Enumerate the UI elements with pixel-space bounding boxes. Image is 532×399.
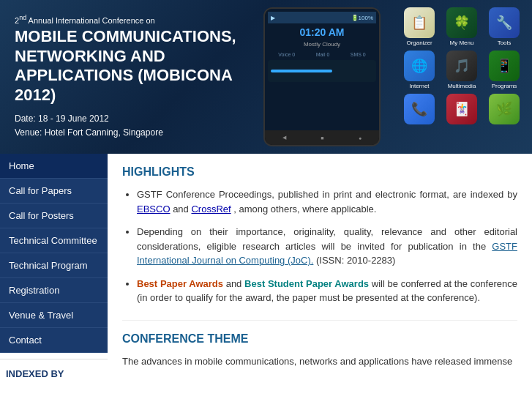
conference-theme-text: The advances in mobile communications, n… xyxy=(122,354,517,370)
phone-mockup: ▶🔋100% 01:20 AM Mostly Cloudy Voice 0Mai… xyxy=(263,7,381,146)
sidebar-item-call-for-posters[interactable]: Call for Posters xyxy=(0,204,108,228)
app-cards[interactable]: 🃏 xyxy=(443,94,481,126)
highlights-list: GSTF Conference Proceedings, published i… xyxy=(122,187,517,305)
phone-screen: ▶🔋100% 01:20 AM Mostly Cloudy Voice 0Mai… xyxy=(265,9,379,130)
highlight-3-mid: and xyxy=(226,278,244,289)
highlight-2-issn: (ISSN: 2010-2283) xyxy=(316,255,395,266)
sidebar: Home Call for Papers Call for Posters Te… xyxy=(0,154,108,388)
sidebar-item-technical-committee[interactable]: Technical Committee xyxy=(0,228,108,253)
highlight-item-2: Depending on their importance, originali… xyxy=(137,225,517,268)
header-phone-area: ▶🔋100% 01:20 AM Mostly Cloudy Voice 0Mai… xyxy=(256,0,532,154)
best-student-award-label: Best Student Paper Awards xyxy=(244,278,369,289)
ebsco-link[interactable]: EBSCO xyxy=(137,204,171,215)
highlights-title: HIGHLIGHTS xyxy=(122,165,517,179)
app-internet[interactable]: 🌐 Internet xyxy=(400,51,438,89)
app-phone[interactable]: 📞 xyxy=(400,94,438,126)
app-tools[interactable]: 🔧 Tools xyxy=(485,7,523,46)
highlight-2-start: Depending on their importance, originali… xyxy=(137,226,517,252)
sidebar-item-registration[interactable]: Registration xyxy=(0,278,108,303)
sidebar-item-home[interactable]: Home xyxy=(0,154,108,179)
sidebar-item-contact[interactable]: Contact xyxy=(0,328,108,353)
header-date: Date: 18 - 19 June 2012 Venue: Hotel For… xyxy=(15,112,241,140)
indexed-by-section: INDEXED BY xyxy=(0,359,108,388)
phone-bottom-bar: ◀■● xyxy=(265,130,379,145)
crossref-link[interactable]: CrossRef xyxy=(191,204,231,215)
content-area: HIGHLIGHTS GSTF Conference Proceedings, … xyxy=(108,154,532,388)
highlight-item-3: Best Paper Awards and Best Student Paper… xyxy=(137,277,517,305)
main-layout: Home Call for Papers Call for Posters Te… xyxy=(0,154,532,388)
sidebar-item-call-for-papers[interactable]: Call for Papers xyxy=(0,179,108,204)
indexed-by-title: INDEXED BY xyxy=(6,368,102,379)
conference-theme-title: CONFERENCE THEME xyxy=(122,332,517,346)
header-left: 2nd Annual International Conference on M… xyxy=(0,0,256,154)
sidebar-nav: Home Call for Papers Call for Posters Te… xyxy=(0,154,108,353)
highlight-1-text: GSTF Conference Proceedings, published i… xyxy=(137,189,517,200)
apps-grid: 📋 Organizer 🍀 My Menu 🔧 Tools 🌐 Internet… xyxy=(400,7,528,126)
highlight-item-1: GSTF Conference Proceedings, published i… xyxy=(137,187,517,216)
highlight-1-rest: , among others, where applicable. xyxy=(233,204,376,215)
header-banner: 2nd Annual International Conference on M… xyxy=(0,0,532,154)
header-title: MOBILE COMMUNICATIONS, NETWORKING AND AP… xyxy=(15,27,241,105)
sidebar-item-venue-travel[interactable]: Venue & Travel xyxy=(0,303,108,328)
conference-theme-section: CONFERENCE THEME The advances in mobile … xyxy=(122,320,517,370)
app-mymenu[interactable]: 🍀 My Menu xyxy=(443,7,481,46)
best-paper-award-label: Best Paper Awards xyxy=(137,278,223,289)
app-organizer[interactable]: 📋 Organizer xyxy=(400,7,438,46)
app-extra[interactable]: 🌿 xyxy=(485,94,523,126)
app-multimedia[interactable]: 🎵 Multimedia xyxy=(443,51,481,89)
app-programs[interactable]: 📱 Programs xyxy=(485,51,523,89)
phone-weather: Mostly Cloudy xyxy=(268,41,376,48)
phone-time: 01:20 AM xyxy=(268,26,376,38)
highlight-1-and: and xyxy=(173,204,189,215)
sidebar-item-technical-program[interactable]: Technical Program xyxy=(0,253,108,278)
header-conference-number: 2nd Annual International Conference on xyxy=(15,14,241,25)
